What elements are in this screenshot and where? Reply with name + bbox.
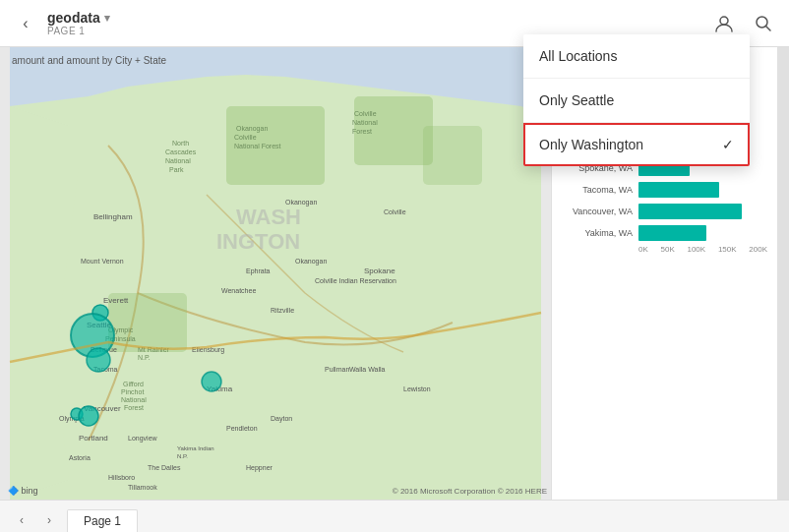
- dropdown-item-label: Only Seattle: [539, 92, 614, 108]
- report-title-text: geodata: [47, 10, 100, 26]
- svg-text:Forest: Forest: [352, 128, 372, 135]
- svg-text:Wenatchee: Wenatchee: [221, 287, 256, 294]
- svg-point-64: [79, 406, 98, 426]
- svg-text:Spokane: Spokane: [364, 266, 395, 275]
- bar-row: Vancouver, WA: [562, 204, 767, 219]
- svg-text:Park: Park: [169, 166, 184, 173]
- svg-text:National: National: [352, 119, 378, 126]
- svg-line-2: [766, 26, 771, 30]
- svg-text:Hillsboro: Hillsboro: [108, 474, 135, 481]
- report-title: geodata ▾: [47, 10, 110, 26]
- svg-text:Forest: Forest: [124, 404, 144, 411]
- checkmark-icon: ✓: [722, 137, 734, 152]
- back-button[interactable]: ‹: [12, 10, 39, 37]
- back-icon: ‹: [23, 15, 28, 32]
- dropdown-item-2[interactable]: Only Washington ✓: [523, 123, 750, 166]
- svg-point-0: [720, 17, 728, 25]
- bar-city-label: Tacoma, WA: [562, 185, 633, 195]
- svg-text:Cascades: Cascades: [165, 148, 197, 155]
- bar-fill: [638, 182, 719, 198]
- svg-text:Okanogan: Okanogan: [285, 199, 317, 207]
- svg-text:Colville: Colville: [384, 208, 406, 215]
- bar-fill: [638, 225, 706, 241]
- prev-page-button[interactable]: ‹: [12, 510, 31, 530]
- bar-fill: [638, 204, 742, 219]
- bar-row: Tacoma, WA: [562, 182, 767, 198]
- chart-axis: 0K50K100K150K200K: [562, 245, 767, 254]
- svg-text:The Dalles: The Dalles: [148, 464, 181, 471]
- bar-city-label: Vancouver, WA: [562, 207, 633, 216]
- svg-text:Walla Walla: Walla Walla: [349, 366, 386, 373]
- dropdown-item-0[interactable]: All Locations: [523, 34, 750, 79]
- title-area: geodata ▾ PAGE 1: [47, 10, 110, 36]
- dropdown-item-label: All Locations: [539, 48, 617, 64]
- svg-text:Pullman: Pullman: [325, 366, 349, 373]
- svg-text:Everett: Everett: [103, 296, 129, 305]
- svg-text:Ritzville: Ritzville: [271, 307, 294, 314]
- svg-text:National: National: [121, 396, 147, 403]
- bar-track: [638, 204, 767, 219]
- svg-text:Longview: Longview: [128, 435, 158, 443]
- svg-text:Colville: Colville: [354, 110, 377, 117]
- svg-text:Lewiston: Lewiston: [403, 385, 431, 392]
- scrollbar-area[interactable]: [777, 47, 789, 500]
- svg-text:Ephrata: Ephrata: [246, 267, 271, 275]
- bar-city-label: Yakima, WA: [562, 228, 633, 238]
- dropdown-item-label: Only Washington: [539, 137, 643, 152]
- map-area: amount and amount by City + State WASH I…: [0, 47, 551, 500]
- svg-point-65: [202, 372, 221, 391]
- svg-text:Mount Vernon: Mount Vernon: [81, 258, 124, 265]
- filter-dropdown: All Locations Only Seattle Only Washingt…: [523, 34, 750, 166]
- svg-text:Dayton: Dayton: [271, 415, 292, 423]
- axis-label: 100K: [687, 245, 705, 254]
- dropdown-item-1[interactable]: Only Seattle: [523, 79, 750, 123]
- bottom-bar: ‹ › Page 1: [0, 500, 789, 532]
- map-label: amount and amount by City + State: [12, 55, 166, 66]
- svg-text:Pendleton: Pendleton: [226, 425, 258, 432]
- svg-text:Astoria: Astoria: [69, 454, 91, 461]
- bar-track: [638, 182, 767, 198]
- svg-text:Colville Indian Reservation: Colville Indian Reservation: [315, 277, 396, 284]
- svg-text:Colville: Colville: [234, 134, 257, 141]
- svg-text:Portland: Portland: [79, 434, 108, 443]
- next-page-button[interactable]: ›: [39, 510, 59, 530]
- bar-track: [638, 225, 767, 241]
- svg-text:Tillamook: Tillamook: [128, 484, 157, 491]
- copyright-text: © 2016 Microsoft Corporation © 2016 HERE: [393, 487, 547, 496]
- svg-text:Okanogan: Okanogan: [236, 125, 268, 133]
- svg-rect-8: [423, 126, 482, 185]
- axis-label: 0K: [638, 245, 648, 254]
- person-icon[interactable]: [710, 10, 738, 37]
- bing-logo: 🔷 bing: [8, 486, 38, 496]
- axis-label: 150K: [718, 245, 737, 254]
- svg-text:Okanogan: Okanogan: [295, 258, 327, 266]
- bar-row: Yakima, WA: [562, 225, 767, 241]
- svg-text:National: National: [165, 157, 191, 164]
- top-bar-icons: [710, 10, 777, 37]
- search-icon[interactable]: [750, 10, 777, 37]
- page-label: PAGE 1: [47, 26, 110, 36]
- axis-label: 200K: [749, 245, 767, 254]
- svg-text:Bellingham: Bellingham: [93, 212, 133, 221]
- dropdown-arrow-icon[interactable]: ▾: [104, 12, 110, 25]
- axis-label: 50K: [661, 245, 675, 254]
- svg-text:Gifford: Gifford: [123, 381, 144, 387]
- page-tab[interactable]: Page 1: [67, 509, 138, 532]
- svg-text:North: North: [172, 140, 189, 147]
- svg-text:WASH: WASH: [236, 205, 301, 229]
- svg-text:Pinchot: Pinchot: [121, 388, 144, 395]
- svg-point-62: [87, 348, 110, 372]
- svg-text:INGTON: INGTON: [216, 229, 300, 254]
- svg-text:Heppner: Heppner: [246, 464, 273, 472]
- svg-text:National Forest: National Forest: [234, 143, 281, 149]
